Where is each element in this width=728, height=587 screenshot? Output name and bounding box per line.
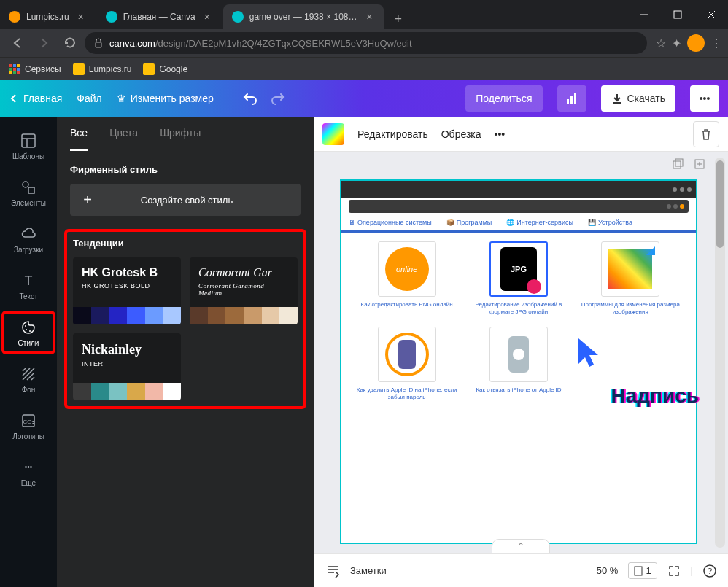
design-page[interactable]: 🖥Операционные системы 📦Программы 🌐Интерн… bbox=[340, 179, 697, 544]
svg-point-23 bbox=[25, 325, 26, 327]
browser-tab[interactable]: Lumpics.ru × bbox=[0, 4, 96, 29]
forward-button[interactable] bbox=[32, 31, 55, 55]
sidebar-item-label: Шаблоны bbox=[12, 152, 44, 160]
minimize-button[interactable] bbox=[627, 0, 661, 29]
tab-all[interactable]: Все bbox=[70, 127, 88, 151]
delete-button[interactable] bbox=[693, 121, 719, 147]
close-icon[interactable]: × bbox=[201, 11, 213, 23]
color-picker-button[interactable] bbox=[322, 123, 344, 145]
sidebar-item-background[interactable]: Фон bbox=[0, 356, 57, 403]
download-button[interactable]: Скачать bbox=[601, 85, 676, 112]
tab-fonts[interactable]: Шрифты bbox=[160, 127, 201, 151]
canvas-viewport[interactable]: 🖥Операционные системы 📦Программы 🌐Интерн… bbox=[314, 152, 728, 553]
page-number: 1 bbox=[646, 565, 651, 576]
zoom-level[interactable]: 50 % bbox=[597, 565, 619, 576]
sidebar-item-label: Элементы bbox=[11, 199, 46, 207]
svg-text:T: T bbox=[25, 273, 33, 288]
sidebar-item-styles[interactable]: Стили bbox=[0, 309, 57, 356]
sidebar-item-templates[interactable]: Шаблоны bbox=[0, 123, 57, 169]
resize-label: Изменить размер bbox=[131, 93, 214, 104]
sidebar-item-label: Стили bbox=[18, 339, 39, 347]
sidebar-item-uploads[interactable]: Загрузки bbox=[0, 216, 57, 263]
more-button[interactable]: ••• bbox=[690, 85, 719, 112]
menu-icon[interactable]: ⋮ bbox=[710, 36, 722, 50]
browser-tabs: Lumpics.ru × Главная — Canva × game over… bbox=[0, 0, 627, 29]
bookmark-star-icon[interactable]: ☆ bbox=[656, 36, 666, 50]
logo-icon: CO₂ bbox=[20, 412, 37, 429]
duplicate-page-icon[interactable] bbox=[671, 158, 684, 171]
sidebar-item-logos[interactable]: CO₂ Логотипы bbox=[0, 403, 57, 449]
scrollbar-vertical[interactable] bbox=[715, 158, 725, 548]
edit-image-button[interactable]: Редактировать bbox=[357, 128, 428, 140]
favicon bbox=[232, 11, 244, 23]
add-page-icon[interactable] bbox=[693, 158, 706, 171]
maximize-button[interactable] bbox=[661, 0, 694, 29]
share-label: Поделиться bbox=[476, 93, 532, 104]
home-button[interactable]: Главная bbox=[9, 93, 62, 104]
notes-button[interactable]: Заметки bbox=[350, 565, 387, 576]
crop-button[interactable]: Обрезка bbox=[441, 128, 481, 140]
file-menu[interactable]: Файл bbox=[77, 93, 101, 104]
help-icon: ? bbox=[703, 564, 716, 578]
text-overlay-nadpis[interactable]: Надпись bbox=[611, 384, 699, 408]
page-count-button[interactable]: 1 bbox=[628, 562, 657, 579]
bookmark-item[interactable]: Lumpics.ru bbox=[73, 63, 132, 75]
svg-line-30 bbox=[31, 377, 34, 380]
page-drawer-handle[interactable]: ⌃ bbox=[492, 539, 550, 553]
left-sidebar: Шаблоны Элементы Загрузки T Текст Стили … bbox=[0, 117, 57, 587]
download-label: Скачать bbox=[627, 93, 666, 104]
close-icon[interactable]: × bbox=[364, 11, 375, 23]
new-tab-button[interactable]: + bbox=[388, 9, 408, 29]
svg-point-24 bbox=[26, 329, 27, 330]
svg-rect-38 bbox=[635, 567, 642, 575]
bookmark-item[interactable]: Google bbox=[143, 63, 187, 75]
addressbar-row: canva.com/design/DAE2pM1vh2Q/4ZGTqxCQSEK… bbox=[0, 29, 728, 57]
sidebar-item-label: Текст bbox=[19, 292, 37, 300]
sidebar-item-elements[interactable]: Элементы bbox=[0, 169, 57, 216]
close-window-button[interactable] bbox=[694, 0, 728, 29]
profile-avatar[interactable] bbox=[687, 34, 705, 52]
sidebar-item-label: Логотипы bbox=[12, 432, 44, 440]
bookmark-label: Google bbox=[159, 64, 187, 74]
trend-card[interactable]: NickainleyINTER bbox=[73, 333, 181, 400]
tab-colors[interactable]: Цвета bbox=[109, 127, 138, 151]
share-button[interactable]: Поделиться bbox=[465, 85, 542, 112]
cursor-arrow-icon bbox=[575, 335, 604, 371]
close-icon[interactable]: × bbox=[75, 11, 87, 23]
trend-card[interactable]: HK Grotesk BHK GROTESK BOLD bbox=[73, 257, 181, 324]
undo-button[interactable] bbox=[243, 91, 257, 106]
create-style-button[interactable]: + Создайте свой стиль bbox=[70, 184, 301, 216]
sidebar-item-label: Фон bbox=[22, 386, 36, 394]
palette-icon bbox=[20, 319, 37, 336]
browser-tab-active[interactable]: game over — 1938 × 1083 пик × bbox=[223, 4, 384, 29]
analytics-button[interactable] bbox=[557, 85, 586, 112]
page-icon bbox=[634, 566, 643, 576]
mock-nav-label: Интернет-сервисы bbox=[516, 219, 573, 226]
addressbar[interactable]: canva.com/design/DAE2pM1vh2Q/4ZGTqxCQSEK… bbox=[85, 32, 647, 54]
svg-rect-16 bbox=[574, 93, 576, 104]
folder-icon bbox=[143, 63, 155, 75]
reload-button[interactable] bbox=[58, 31, 82, 55]
context-more-button[interactable]: ••• bbox=[495, 128, 506, 140]
svg-rect-6 bbox=[13, 64, 16, 67]
mock-cell-label: Как отредактировать PNG онлайн bbox=[361, 301, 453, 308]
bookmark-apps[interactable]: Сервисы bbox=[9, 63, 61, 75]
redo-button[interactable] bbox=[271, 91, 285, 106]
mock-cell-label: Как отвязать iPhone от Apple ID bbox=[476, 386, 561, 394]
resize-button[interactable]: ♛Изменить размер bbox=[117, 93, 214, 104]
browser-titlebar: Lumpics.ru × Главная — Canva × game over… bbox=[0, 0, 728, 29]
background-icon bbox=[20, 365, 37, 383]
browser-tab[interactable]: Главная — Canva × bbox=[97, 4, 222, 29]
fullscreen-button[interactable] bbox=[667, 564, 681, 578]
mock-titlebar bbox=[341, 181, 696, 198]
help-button[interactable]: ? bbox=[703, 564, 716, 578]
extensions-icon[interactable]: ✦ bbox=[672, 36, 681, 50]
back-button[interactable] bbox=[6, 31, 29, 55]
styles-panel: Все Цвета Шрифты Фирменный стиль + Созда… bbox=[57, 117, 314, 587]
lock-icon bbox=[93, 38, 104, 48]
trends-highlight: Тенденции HK Grotesk BHK GROTESK BOLD Co… bbox=[64, 229, 306, 409]
trend-card[interactable]: Cormorant GarCormorant Garamond Medium bbox=[190, 257, 298, 324]
sidebar-item-text[interactable]: T Текст bbox=[0, 263, 57, 309]
svg-rect-33 bbox=[673, 161, 681, 168]
sidebar-item-more[interactable]: ••• Еще bbox=[0, 449, 57, 496]
